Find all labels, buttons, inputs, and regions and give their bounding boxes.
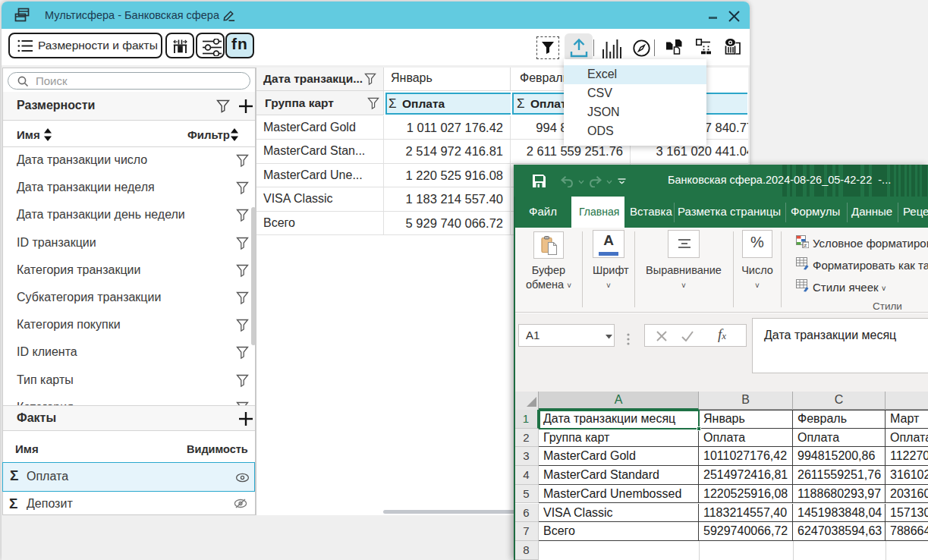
svg-text:≠: ≠ [804, 243, 807, 248]
